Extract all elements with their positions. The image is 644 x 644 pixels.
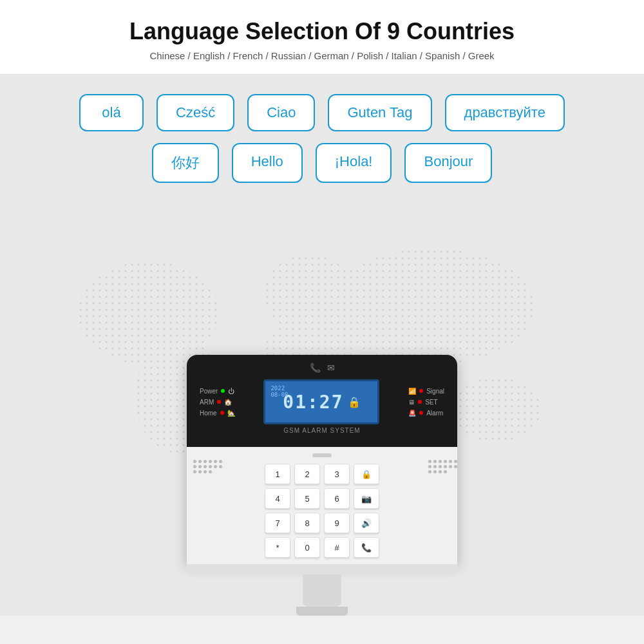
key-9[interactable]: 9 xyxy=(324,513,350,533)
power-label: Power xyxy=(200,388,218,395)
alarm-label: Alarm xyxy=(426,410,443,417)
key-star[interactable]: * xyxy=(265,537,290,558)
bubble-ciao[interactable]: Ciao xyxy=(247,94,315,131)
bubble-hello[interactable]: Hello xyxy=(232,143,303,183)
device-top-icons: 📞 ✉ xyxy=(200,363,444,373)
key-1[interactable]: 1 xyxy=(265,464,290,484)
bubble-zdravstvuyte[interactable]: дравствуйте xyxy=(445,94,565,131)
device-top-panel: 📞 ✉ Power ⏻ ARM 🏠 xyxy=(187,355,457,447)
set-label: SET xyxy=(425,399,437,406)
key-4[interactable]: 4 xyxy=(265,488,290,509)
key-lock[interactable]: 🔒 xyxy=(354,464,379,484)
speaker-dot xyxy=(439,460,442,463)
speaker-dot xyxy=(198,465,202,468)
speaker-dot xyxy=(444,460,447,463)
bubble-ola[interactable]: olá xyxy=(79,94,144,131)
speaker-dot xyxy=(204,460,207,463)
alarm-dot xyxy=(419,411,423,415)
arm-dot xyxy=(217,400,221,404)
key-phone[interactable]: 📞 xyxy=(354,537,379,558)
bubble-bonjour[interactable]: Bonjour xyxy=(404,143,492,183)
bubble-hola[interactable]: ¡Hola! xyxy=(316,143,392,183)
home-dot xyxy=(220,411,224,415)
device-main-unit: 📞 ✉ Power ⏻ ARM 🏠 xyxy=(187,355,457,564)
device-base xyxy=(187,564,457,574)
alarm-icon: 🚨 xyxy=(408,410,416,417)
left-speaker xyxy=(187,447,222,473)
lcd-display: 202208-08 01:27 🔒 xyxy=(263,379,379,424)
bubble-row-1: olá Cześć Ciao Guten Tag дравствуйте xyxy=(79,94,565,131)
speaker-dot xyxy=(214,460,217,463)
speaker-dot xyxy=(198,460,202,463)
right-indicators: 📶 Signal 🖥 SET 🚨 Alarm xyxy=(408,388,444,417)
alarm-indicator: 🚨 Alarm xyxy=(408,410,444,417)
home-label: Home xyxy=(200,410,217,417)
speaker-dot xyxy=(444,465,447,468)
speaker-dot xyxy=(439,465,442,468)
set-icon: 🖥 xyxy=(408,399,415,406)
device-stand-leg xyxy=(303,574,341,607)
speaker-dot xyxy=(449,460,452,463)
speaker-dot xyxy=(428,470,431,473)
phone-icon: 📞 xyxy=(310,363,321,373)
signal-icon: 📶 xyxy=(408,388,416,395)
speaker-dot xyxy=(428,465,431,468)
key-8[interactable]: 8 xyxy=(294,513,320,533)
main-section: olá Cześć Ciao Guten Tag дравствуйте 你好 … xyxy=(0,75,644,616)
speaker-dot xyxy=(204,470,207,473)
header: Language Selection Of 9 Countries Chines… xyxy=(0,0,644,75)
speaker-dot xyxy=(204,465,207,468)
language-bubbles: olá Cześć Ciao Guten Tag дравствуйте 你好 … xyxy=(0,94,644,183)
envelope-icon: ✉ xyxy=(327,363,335,373)
power-dot xyxy=(221,389,225,393)
alarm-device: 📞 ✉ Power ⏻ ARM 🏠 xyxy=(187,355,457,616)
home-icon: 🏡 xyxy=(227,410,235,417)
signal-dot xyxy=(419,389,423,393)
speaker-dot xyxy=(449,465,452,468)
device-bottom-panel: 1 2 3 🔒 4 5 6 📷 7 8 9 🔊 * 0 # xyxy=(187,447,457,564)
power-icon: ⏻ xyxy=(228,388,234,395)
speaker-dot xyxy=(454,460,457,463)
speaker-dot xyxy=(198,470,202,473)
key-camera[interactable]: 📷 xyxy=(354,488,379,509)
arm-indicator: ARM 🏠 xyxy=(200,399,235,406)
speaker-dot xyxy=(454,465,457,468)
speaker-dot xyxy=(433,460,437,463)
home-indicator: Home 🏡 xyxy=(200,410,235,417)
keypad-indicator-bar xyxy=(312,453,332,457)
keypad-section: 1 2 3 🔒 4 5 6 📷 7 8 9 🔊 * 0 # xyxy=(222,447,422,564)
speaker-dot xyxy=(209,465,212,468)
speaker-dot xyxy=(193,465,196,468)
speaker-dot xyxy=(433,465,437,468)
lcd-time: 01:27 xyxy=(283,392,343,413)
speaker-dot xyxy=(439,470,442,473)
speaker-dot xyxy=(193,460,196,463)
arm-label: ARM xyxy=(200,399,214,406)
language-subtitle: Chinese / English / French / Russian / G… xyxy=(13,50,631,61)
bubble-guten-tag[interactable]: Guten Tag xyxy=(328,94,431,131)
speaker-dot xyxy=(428,460,431,463)
key-2[interactable]: 2 xyxy=(294,464,320,484)
key-volume[interactable]: 🔊 xyxy=(354,513,379,533)
lcd-lock-icon: 🔒 xyxy=(348,396,361,408)
keypad-grid: 1 2 3 🔒 4 5 6 📷 7 8 9 🔊 * 0 # xyxy=(265,464,379,558)
key-3[interactable]: 3 xyxy=(324,464,350,484)
key-5[interactable]: 5 xyxy=(294,488,320,509)
speaker-dot xyxy=(444,470,447,473)
bubble-nihao[interactable]: 你好 xyxy=(152,143,219,183)
speaker-dot xyxy=(193,470,196,473)
gsm-label: GSM ALARM SYSTEM xyxy=(200,424,444,438)
bubble-czesc[interactable]: Cześć xyxy=(156,94,234,131)
key-6[interactable]: 6 xyxy=(324,488,350,509)
left-indicators: Power ⏻ ARM 🏠 Home 🏡 xyxy=(200,388,235,417)
lcd-date: 202208-08 xyxy=(270,385,288,398)
key-7[interactable]: 7 xyxy=(265,513,290,533)
signal-indicator: 📶 Signal xyxy=(408,388,444,395)
speaker-dot xyxy=(209,460,212,463)
key-0[interactable]: 0 xyxy=(294,537,320,558)
key-hash[interactable]: # xyxy=(324,537,350,558)
arm-icon: 🏠 xyxy=(224,399,232,406)
bubble-row-2: 你好 Hello ¡Hola! Bonjour xyxy=(152,143,493,183)
power-indicator: Power ⏻ xyxy=(200,388,235,395)
page-title: Language Selection Of 9 Countries xyxy=(13,18,631,45)
